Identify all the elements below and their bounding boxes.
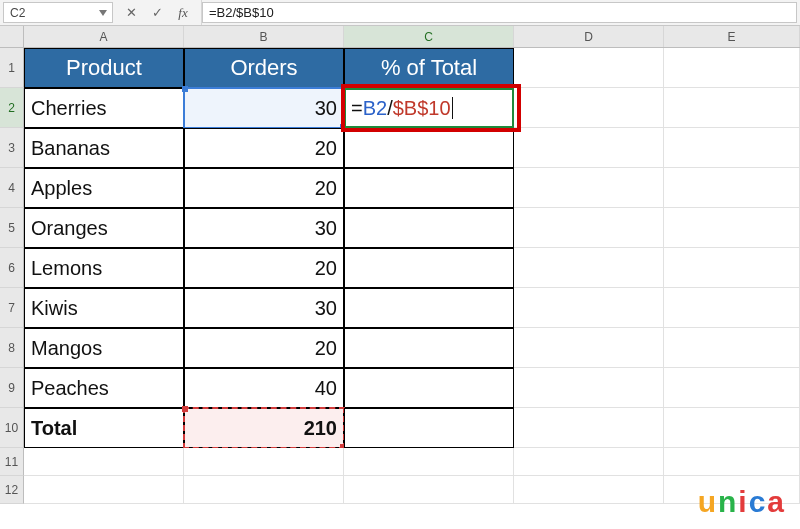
cell-D2[interactable]: [514, 88, 664, 128]
watermark-n: n: [718, 485, 738, 518]
cell-C9[interactable]: [344, 368, 514, 408]
name-box-dropdown-icon[interactable]: [98, 8, 108, 18]
confirm-edit-button[interactable]: ✓: [149, 5, 165, 20]
row-header-3[interactable]: 3: [0, 128, 24, 168]
watermark-i: i: [738, 485, 748, 518]
text-caret: [452, 97, 453, 119]
cell-C10[interactable]: [344, 408, 514, 448]
cell-A7[interactable]: Kiwis: [24, 288, 184, 328]
select-all-corner[interactable]: [0, 26, 24, 47]
column-header-C[interactable]: C: [344, 26, 514, 47]
row-header-11[interactable]: 11: [0, 448, 24, 476]
cell-B11[interactable]: [184, 448, 344, 476]
column-header-A[interactable]: A: [24, 26, 184, 47]
formula-input-text: =B2/$B$10: [209, 5, 274, 20]
cell-E1[interactable]: [664, 48, 800, 88]
cell-A11[interactable]: [24, 448, 184, 476]
cell-D5[interactable]: [514, 208, 664, 248]
cell-D8[interactable]: [514, 328, 664, 368]
cell-D3[interactable]: [514, 128, 664, 168]
cell-D12[interactable]: [514, 476, 664, 504]
column-header-D[interactable]: D: [514, 26, 664, 47]
cell-D10[interactable]: [514, 408, 664, 448]
cell-E3[interactable]: [664, 128, 800, 168]
cell-B7[interactable]: 30: [184, 288, 344, 328]
cell-B3[interactable]: 20: [184, 128, 344, 168]
watermark-logo: unica: [698, 485, 786, 519]
formula-bar: C2 ✕ ✓ fx =B2/$B$10: [0, 0, 800, 26]
cell-A4[interactable]: Apples: [24, 168, 184, 208]
cell-B10[interactable]: 210: [184, 408, 344, 448]
row-header-2[interactable]: 2: [0, 88, 24, 128]
row-header-9[interactable]: 9: [0, 368, 24, 408]
row-10: 10 Total 210: [0, 408, 800, 448]
row-header-5[interactable]: 5: [0, 208, 24, 248]
cell-B8[interactable]: 20: [184, 328, 344, 368]
row-2: 2 Cherries 30 =B2/$B$10: [0, 88, 800, 128]
column-headers: A B C D E: [0, 26, 800, 48]
cell-D7[interactable]: [514, 288, 664, 328]
cell-A9[interactable]: Peaches: [24, 368, 184, 408]
row-header-10[interactable]: 10: [0, 408, 24, 448]
row-header-7[interactable]: 7: [0, 288, 24, 328]
cell-C2[interactable]: =B2/$B$10: [344, 88, 514, 128]
cell-E4[interactable]: [664, 168, 800, 208]
row-header-12[interactable]: 12: [0, 476, 24, 504]
cell-A1[interactable]: Product: [24, 48, 184, 88]
formula-input[interactable]: =B2/$B$10: [202, 2, 797, 23]
cell-D4[interactable]: [514, 168, 664, 208]
cell-C7[interactable]: [344, 288, 514, 328]
row-6: 6 Lemons 20: [0, 248, 800, 288]
formula-ref1: B2: [363, 97, 387, 120]
cell-D1[interactable]: [514, 48, 664, 88]
row-8: 8 Mangos 20: [0, 328, 800, 368]
cell-E7[interactable]: [664, 288, 800, 328]
cell-C11[interactable]: [344, 448, 514, 476]
column-header-B[interactable]: B: [184, 26, 344, 47]
cell-B4[interactable]: 20: [184, 168, 344, 208]
cancel-edit-button[interactable]: ✕: [123, 5, 139, 20]
formula-eq: =: [351, 97, 363, 120]
cell-C1[interactable]: % of Total: [344, 48, 514, 88]
cell-E2[interactable]: [664, 88, 800, 128]
cell-E8[interactable]: [664, 328, 800, 368]
cell-D9[interactable]: [514, 368, 664, 408]
name-box[interactable]: C2: [3, 2, 113, 23]
cell-A12[interactable]: [24, 476, 184, 504]
row-12: 12: [0, 476, 800, 504]
row-header-6[interactable]: 6: [0, 248, 24, 288]
cell-A2[interactable]: Cherries: [24, 88, 184, 128]
cell-D11[interactable]: [514, 448, 664, 476]
cell-B2[interactable]: 30: [184, 88, 344, 128]
cell-E11[interactable]: [664, 448, 800, 476]
cell-B6[interactable]: 20: [184, 248, 344, 288]
column-header-E[interactable]: E: [664, 26, 800, 47]
cell-C12[interactable]: [344, 476, 514, 504]
cell-A8[interactable]: Mangos: [24, 328, 184, 368]
cell-C4[interactable]: [344, 168, 514, 208]
cell-C6[interactable]: [344, 248, 514, 288]
cell-E6[interactable]: [664, 248, 800, 288]
cell-A6[interactable]: Lemons: [24, 248, 184, 288]
cell-A3[interactable]: Bananas: [24, 128, 184, 168]
cell-E5[interactable]: [664, 208, 800, 248]
cell-B9[interactable]: 40: [184, 368, 344, 408]
cell-B12[interactable]: [184, 476, 344, 504]
cell-A10[interactable]: Total: [24, 408, 184, 448]
name-box-value: C2: [10, 6, 25, 20]
cell-B5[interactable]: 30: [184, 208, 344, 248]
worksheet: A B C D E 1 Product Orders % of Total 2 …: [0, 26, 800, 529]
cell-D6[interactable]: [514, 248, 664, 288]
row-header-8[interactable]: 8: [0, 328, 24, 368]
cell-A5[interactable]: Oranges: [24, 208, 184, 248]
cell-C5[interactable]: [344, 208, 514, 248]
cell-E9[interactable]: [664, 368, 800, 408]
cell-C8[interactable]: [344, 328, 514, 368]
row-header-4[interactable]: 4: [0, 168, 24, 208]
grid-body: 1 Product Orders % of Total 2 Cherries 3…: [0, 48, 800, 504]
row-header-1[interactable]: 1: [0, 48, 24, 88]
cell-E10[interactable]: [664, 408, 800, 448]
insert-function-button[interactable]: fx: [175, 5, 191, 21]
cell-B1[interactable]: Orders: [184, 48, 344, 88]
cell-C3[interactable]: [344, 128, 514, 168]
